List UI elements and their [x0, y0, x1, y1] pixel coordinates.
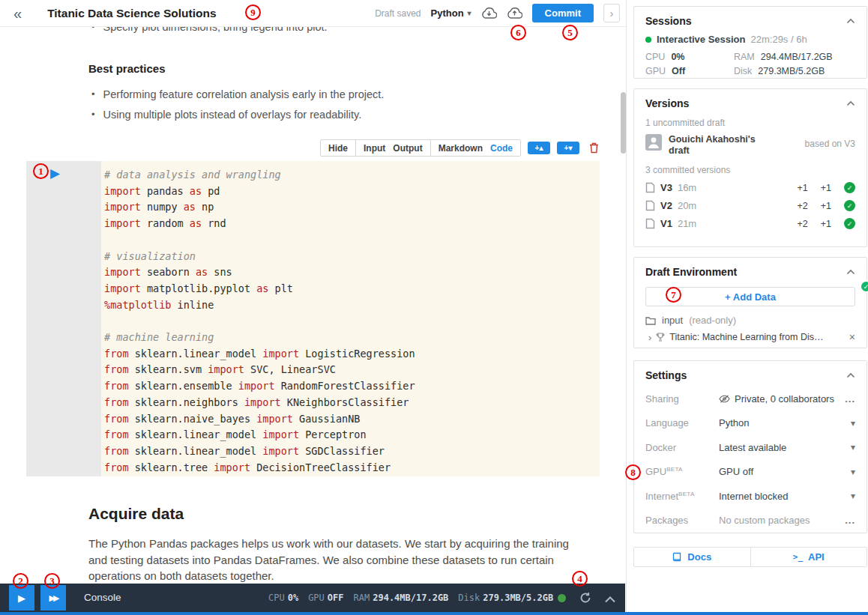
- version-age: 21m: [678, 218, 696, 229]
- collapse-versions-icon[interactable]: [846, 100, 855, 106]
- draft-environment-panel: Draft Environment ✓ + Add Data input (re…: [633, 257, 867, 348]
- language-dropdown[interactable]: Python ▾: [431, 7, 471, 19]
- bullet-icon: •: [91, 87, 95, 102]
- collapse-panel-icon[interactable]: «: [13, 6, 22, 21]
- language-value[interactable]: Python: [719, 417, 749, 428]
- setting-label: Sharing: [645, 393, 719, 405]
- notebook-title: Titanic Data Science Solutions: [47, 7, 216, 20]
- notebook-topbar: « Titanic Data Science Solutions Draft s…: [0, 0, 626, 27]
- code-cell: ▶ # data analysis and wrangling import p…: [26, 161, 600, 476]
- terminal-icon: >_: [793, 552, 803, 562]
- cpu-stat: CPU0%: [645, 52, 734, 62]
- version-diffs: +2 +1 ✓: [797, 200, 855, 211]
- acquire-data-paragraph: The Python Pandas packages helps us work…: [88, 536, 591, 584]
- run-all-fast-forward-button[interactable]: ▶▶: [40, 585, 66, 611]
- dataset-name[interactable]: Titanic: Machine Learning from Disas...: [669, 332, 827, 342]
- gpu-caret-icon[interactable]: ▾: [851, 467, 855, 477]
- annotation-4: 4: [572, 571, 588, 587]
- code-editor[interactable]: # data analysis and wrangling import pan…: [101, 161, 600, 476]
- session-name: Interactive Session: [657, 34, 746, 45]
- cloud-download-icon[interactable]: [481, 7, 497, 19]
- setting-row-language: Language Python ▾: [645, 411, 855, 436]
- code-toggle[interactable]: Code: [490, 143, 513, 154]
- setting-row-docker: Docker Latest available ▾: [645, 435, 855, 460]
- setting-row-packages: Packages No custom packages ...: [645, 509, 855, 533]
- insert-cell-below-button[interactable]: +▾: [557, 142, 579, 154]
- markdown-code-toggle: Markdown Code: [431, 140, 520, 156]
- version-success-icon: ✓: [844, 182, 855, 193]
- language-dropdown-value: Python: [431, 7, 464, 19]
- cell-toolbar-segments: Hide Input Output Markdown Code: [320, 139, 521, 157]
- expand-right-icon[interactable]: ›: [603, 4, 620, 22]
- collapse-sessions-icon[interactable]: [846, 18, 855, 24]
- docker-caret-icon[interactable]: ▾: [851, 442, 855, 452]
- annotation-6: 6: [510, 25, 526, 40]
- version-row-v2[interactable]: V2 20m +2 +1 ✓: [645, 200, 855, 211]
- ram-stat: RAM294.4MB/17.2GB: [734, 52, 855, 62]
- hide-label[interactable]: Hide: [328, 143, 348, 154]
- private-eye-icon: [719, 395, 730, 403]
- restart-session-icon[interactable]: [579, 592, 591, 606]
- acquire-data-heading: Acquire data: [88, 505, 184, 523]
- version-doc-icon: [645, 182, 655, 193]
- version-row-v1[interactable]: V1 21m +2 +1 ✓: [645, 218, 855, 229]
- annotation-7: 7: [666, 287, 681, 303]
- collapse-environment-icon[interactable]: [846, 269, 855, 275]
- insert-cell-above-button[interactable]: +▴: [528, 142, 550, 154]
- hide-cell-button[interactable]: Hide: [321, 140, 356, 156]
- collapse-settings-icon[interactable]: [846, 372, 855, 378]
- annotation-8: 8: [625, 464, 641, 480]
- internet-value[interactable]: Internet blocked: [719, 491, 789, 502]
- version-diffs: +1 +1 ✓: [797, 182, 855, 193]
- run-button[interactable]: ▶: [9, 585, 34, 611]
- docker-value[interactable]: Latest available: [719, 442, 786, 453]
- session-time: 22m:29s / 6h: [751, 34, 807, 45]
- notebook-content: • Specify plot dimensions; bring legend …: [0, 0, 626, 584]
- cloud-upload-icon[interactable]: [507, 7, 522, 19]
- setting-row-gpu: GPUBETA GPU off ▾: [645, 460, 855, 485]
- docs-button[interactable]: Docs: [634, 548, 751, 566]
- run-cell-button[interactable]: ▶: [50, 166, 60, 181]
- committed-versions-label: 3 committed versions: [645, 165, 855, 175]
- expand-dataset-icon[interactable]: ›: [648, 332, 651, 343]
- language-caret-icon[interactable]: ▾: [851, 418, 855, 428]
- version-name: V3: [660, 182, 672, 193]
- draft-version-row[interactable]: Gouichi Akahoshi's draft based on V3: [645, 134, 855, 157]
- annotation-5: 5: [562, 25, 578, 40]
- diff-count: +1: [821, 219, 831, 229]
- version-doc-icon: [645, 218, 655, 229]
- settings-panel: Settings Sharing Private, 0 collaborator…: [633, 360, 867, 533]
- delete-cell-icon[interactable]: [589, 142, 599, 154]
- commit-button[interactable]: Commit: [532, 4, 594, 22]
- packages-value[interactable]: No custom packages: [719, 515, 810, 526]
- remove-dataset-icon[interactable]: ×: [849, 331, 855, 343]
- input-folder-label: input: [662, 315, 683, 326]
- uncommitted-draft-label: 1 uncommitted draft: [645, 118, 855, 128]
- gpu-value[interactable]: GPU off: [719, 466, 753, 477]
- internet-caret-icon[interactable]: ▾: [851, 491, 855, 501]
- packages-more-icon[interactable]: ...: [845, 515, 855, 526]
- api-button[interactable]: >_ API: [751, 548, 867, 566]
- ram-stat: RAM294.4MB/17.2GB: [354, 593, 449, 603]
- setting-label: GPUBETA: [645, 466, 719, 477]
- kaggle-notebook-app: « Titanic Data Science Solutions Draft s…: [0, 0, 868, 615]
- draft-name: Gouichi Akahoshi's draft: [669, 134, 757, 157]
- console-tab[interactable]: Console: [84, 592, 121, 603]
- sidebar-footer: Docs >_ API: [633, 547, 867, 567]
- topbar-actions: Draft saved Python ▾ Commit ›: [375, 4, 620, 22]
- input-output-toggle: Input Output: [356, 140, 431, 156]
- scrollbar-thumb[interactable]: [621, 92, 626, 154]
- environment-status-badge: ✓: [860, 280, 868, 293]
- best-practices-heading: Best practices: [88, 62, 166, 75]
- avatar: [645, 134, 662, 151]
- output-toggle[interactable]: Output: [393, 143, 422, 154]
- input-toggle[interactable]: Input: [364, 143, 385, 154]
- sharing-more-icon[interactable]: ...: [845, 393, 855, 405]
- bullet-icon: •: [91, 107, 95, 122]
- version-row-v3[interactable]: V3 16m +1 +1 ✓: [645, 182, 855, 193]
- sharing-value[interactable]: Private, 0 collaborators: [719, 393, 834, 405]
- expand-console-icon[interactable]: [605, 594, 615, 605]
- input-readonly-note: (read-only): [689, 315, 736, 326]
- notebook-main-column: « Titanic Data Science Solutions Draft s…: [0, 0, 627, 615]
- markdown-toggle[interactable]: Markdown: [438, 143, 483, 154]
